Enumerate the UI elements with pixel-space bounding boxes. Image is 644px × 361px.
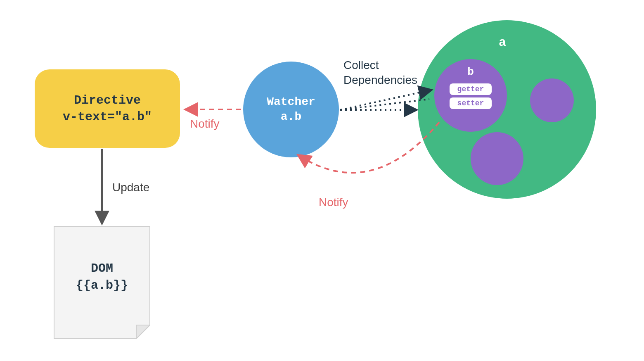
directive-title: Directive — [74, 92, 141, 109]
setter-pill: setter — [450, 97, 492, 109]
directive-code: v-text="a.b" — [63, 109, 152, 126]
directive-node: Directive v-text="a.b" — [35, 69, 180, 148]
dom-text: DOM {{a.b}} — [54, 260, 150, 294]
data-property-b: b getter setter — [434, 59, 507, 132]
label-notify-bottom: Notify — [319, 196, 348, 209]
label-update: Update — [112, 181, 149, 194]
data-property-other-1 — [530, 78, 574, 122]
data-property-other-2 — [471, 132, 523, 185]
watcher-target: a.b — [281, 109, 301, 124]
watcher-title: Watcher — [267, 95, 315, 109]
label-collect-1: Collect — [343, 59, 379, 72]
a-label: a — [499, 36, 506, 50]
arrow-collect-2 — [340, 90, 431, 110]
getter-pill: getter — [450, 83, 492, 95]
watcher-node: Watcher a.b — [243, 62, 339, 157]
b-label: b — [467, 66, 474, 78]
arrow-collect-3 — [340, 99, 429, 110]
label-notify-left: Notify — [190, 117, 220, 131]
dom-template: {{a.b}} — [54, 277, 150, 294]
label-collect-2: Dependencies — [343, 74, 417, 87]
dom-title: DOM — [54, 260, 150, 277]
